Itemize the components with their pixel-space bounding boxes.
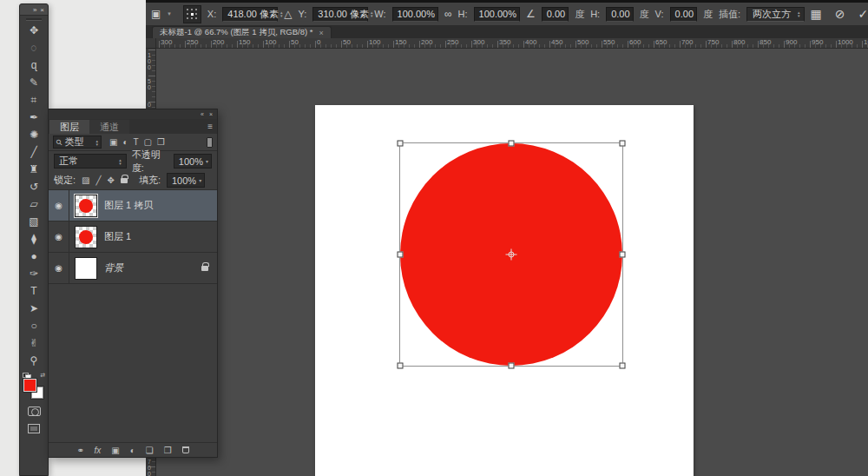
document-tab[interactable]: 未标题-1 @ 66.7% (图层 1 拷贝, RGB/8) * × — [152, 26, 332, 38]
lasso-tool[interactable]: ɋ — [23, 56, 45, 74]
y-spinner-icon[interactable] — [371, 10, 373, 17]
panel-menu-icon[interactable]: ≡ — [207, 122, 213, 131]
smart-object-filter-icon[interactable]: ❒ — [157, 137, 165, 147]
transform-handle[interactable] — [509, 141, 515, 147]
default-colors-icon[interactable] — [23, 373, 30, 379]
rotation-field[interactable]: 0.00 — [542, 7, 569, 22]
y-position-field[interactable]: 310.00 像素 — [312, 7, 368, 22]
adjustment-layer-filter-icon[interactable]: ◐ — [122, 137, 128, 147]
v-skew-field[interactable]: 0.00 — [670, 7, 697, 22]
shape-layer-filter-icon[interactable]: ▢ — [144, 137, 152, 147]
layer-row[interactable]: ◉背景 — [49, 253, 217, 284]
height-field[interactable]: 100.00% — [474, 7, 520, 22]
eye-icon[interactable]: ◉ — [55, 201, 62, 210]
type-layer-filter-icon[interactable]: T — [134, 137, 139, 147]
layer-thumbnail[interactable] — [75, 257, 97, 280]
gradient-tool[interactable]: ▧ — [23, 213, 45, 230]
tools-collapse-icon[interactable]: » — [33, 6, 36, 14]
eyedropper-tool[interactable]: ✒ — [23, 109, 45, 126]
lock-position-icon[interactable]: ✥ — [108, 175, 115, 185]
dodge-tool[interactable]: ● — [23, 248, 45, 265]
h-skew-field[interactable]: 0.00 — [606, 7, 633, 22]
transform-handle[interactable] — [620, 141, 626, 147]
lock-pixels-icon[interactable]: ╱ — [96, 175, 102, 185]
tool-preset-caret-icon[interactable]: ▾ — [168, 10, 171, 17]
h-ruler-label: 850 — [760, 38, 771, 46]
layer-row[interactable]: ◉图层 1 拷贝 — [49, 190, 217, 221]
link-layers-icon[interactable]: ⚭ — [76, 446, 83, 455]
lock-transparency-icon[interactable]: ▨ — [82, 175, 89, 185]
interpolation-dropdown[interactable]: 两次立方 — [746, 7, 805, 22]
swap-colors-icon[interactable]: ⇄ — [40, 372, 45, 379]
x-spinner-icon[interactable] — [280, 10, 283, 17]
layer-thumbnail[interactable] — [75, 195, 97, 217]
blend-mode-dropdown[interactable]: 正常 — [54, 154, 127, 169]
tools-close-icon[interactable]: × — [40, 6, 44, 14]
tab-close-icon[interactable]: × — [319, 29, 323, 37]
brush-tool[interactable]: ╱ — [23, 143, 45, 161]
ruler-origin-corner[interactable] — [146, 38, 156, 49]
foreground-color-swatch[interactable] — [23, 379, 36, 392]
eraser-tool[interactable]: ▱ — [23, 195, 45, 213]
eye-icon[interactable]: ◉ — [55, 263, 62, 273]
quick-selection-tool[interactable]: ✎ — [23, 74, 45, 91]
filter-kind-dropdown[interactable]: ⚲ 类型 — [53, 136, 102, 149]
move-tool[interactable]: ✥ — [23, 22, 45, 39]
path-selection-tool[interactable]: ➤ — [23, 300, 45, 317]
tab-layers[interactable]: 图层 — [49, 120, 89, 134]
transform-handle[interactable] — [398, 141, 404, 147]
tab-channels[interactable]: 通道 — [89, 120, 129, 134]
tools-grip[interactable] — [20, 16, 48, 22]
transform-tool-icon[interactable]: ▣ — [151, 8, 161, 20]
transform-bounding-box[interactable] — [399, 142, 623, 367]
relative-position-icon[interactable]: △ — [284, 8, 292, 20]
fill-dropdown[interactable]: 100% ▾ — [167, 173, 205, 188]
transform-handle[interactable] — [620, 252, 626, 258]
hand-tool[interactable]: ✌ — [23, 334, 45, 352]
layer-row[interactable]: ◉图层 1 — [49, 221, 217, 253]
transform-reference-point[interactable] — [509, 252, 515, 258]
layers-close-icon[interactable]: × — [209, 111, 213, 117]
horizontal-ruler[interactable]: 3002502001501005005010015020025030035040… — [156, 38, 868, 49]
ellipse-tool[interactable]: ○ — [23, 317, 45, 334]
warp-mode-toggle-icon[interactable]: ▦ — [811, 7, 822, 21]
healing-brush-tool[interactable]: ✺ — [23, 126, 45, 143]
commit-transform-button[interactable]: ✓ — [858, 7, 868, 21]
eye-icon[interactable]: ◉ — [55, 232, 62, 241]
new-adjustment-layer-icon[interactable]: ◐ — [130, 446, 135, 455]
layer-filter-toggle[interactable] — [207, 137, 213, 148]
new-layer-icon[interactable]: ❐ — [164, 446, 172, 455]
clone-stamp-tool[interactable]: ♜ — [23, 161, 45, 178]
layer-effects-icon[interactable]: fx — [95, 446, 102, 455]
history-brush-tool[interactable]: ↺ — [23, 178, 45, 195]
layer-thumbnail[interactable] — [75, 226, 97, 248]
reference-point-locator[interactable] — [183, 5, 201, 23]
width-field[interactable]: 100.00% — [392, 7, 438, 22]
type-tool[interactable]: T — [23, 282, 45, 300]
h-ruler-label: 500 — [577, 38, 589, 46]
lock-all-icon[interactable] — [121, 178, 128, 183]
pixel-layer-filter-icon[interactable]: ▣ — [109, 137, 117, 147]
transform-handle[interactable] — [509, 363, 515, 369]
add-layer-mask-icon[interactable]: ▣ — [111, 446, 119, 455]
visibility-cell[interactable]: ◉ — [49, 253, 69, 283]
transform-handle[interactable] — [398, 252, 404, 258]
maintain-aspect-link-icon[interactable]: ∞ — [444, 8, 452, 20]
crop-tool[interactable]: ⌗ — [23, 91, 45, 109]
blur-tool[interactable]: ⧫ — [23, 230, 45, 248]
new-group-icon[interactable]: ❏ — [146, 446, 154, 455]
zoom-tool[interactable]: ⚲ — [23, 352, 45, 369]
quick-mask-icon[interactable] — [28, 407, 41, 416]
visibility-cell[interactable]: ◉ — [49, 190, 69, 221]
opacity-dropdown[interactable]: 100% ▾ — [174, 154, 212, 169]
pen-tool[interactable]: ✑ — [23, 265, 45, 282]
elliptical-marquee-tool[interactable]: ◌ — [23, 39, 45, 56]
transform-handle[interactable] — [398, 363, 404, 369]
visibility-cell[interactable]: ◉ — [49, 221, 69, 252]
layers-collapse-icon[interactable]: « — [201, 111, 204, 117]
cancel-transform-button[interactable]: ⊘ — [835, 7, 845, 21]
x-position-field[interactable]: 418.00 像素 — [222, 7, 278, 22]
screen-mode-icon[interactable] — [28, 424, 40, 433]
delete-layer-icon[interactable] — [182, 446, 189, 453]
transform-handle[interactable] — [620, 363, 626, 369]
